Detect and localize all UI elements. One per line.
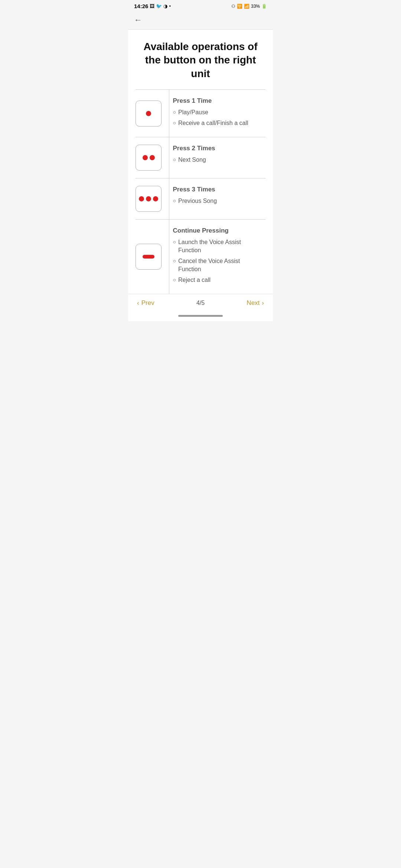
dot-icon <box>143 155 148 160</box>
dot-icon <box>146 196 151 201</box>
chevron-right-icon: › <box>262 299 264 307</box>
button-icon-press1 <box>136 101 162 126</box>
dot-icon: • <box>169 3 171 9</box>
chevron-left-icon: ‹ <box>137 299 139 307</box>
desc-cell-press2: Press 2 TimesNext Song <box>169 137 265 178</box>
list-item: Previous Song <box>173 197 264 205</box>
table-row: Continue PressingLaunch the Voice Assist… <box>136 219 265 293</box>
item-list-press1: Play/PauseReceive a call/Finish a call <box>173 108 264 127</box>
icon-cell-press-hold <box>136 219 169 293</box>
table-row: Press 3 TimesPrevious Song <box>136 178 265 219</box>
button-icon-press3 <box>136 186 162 212</box>
desc-cell-press-hold: Continue PressingLaunch the Voice Assist… <box>169 219 265 293</box>
press-title-press1: Press 1 Time <box>173 97 264 105</box>
icon-cell-press1 <box>136 90 169 137</box>
list-item: Reject a call <box>173 276 264 284</box>
item-list-press3: Previous Song <box>173 197 264 205</box>
next-button[interactable]: Next › <box>247 299 264 307</box>
table-row: Press 1 TimePlay/PauseReceive a call/Fin… <box>136 90 265 137</box>
page-indicator: 4/5 <box>196 300 205 306</box>
button-icon-press-hold <box>136 244 162 270</box>
twitter-icon: 🐦 <box>156 3 162 9</box>
icon-cell-press3 <box>136 178 169 219</box>
dot-icon <box>139 196 144 201</box>
prev-button[interactable]: ‹ Prev <box>137 299 154 307</box>
table-row: Press 2 TimesNext Song <box>136 137 265 178</box>
dot-icon <box>146 111 151 116</box>
signal-icon: 📶 <box>244 4 250 9</box>
press-title-press3: Press 3 Times <box>173 186 264 193</box>
status-right: ⚇ 🛜 📶 33% 🔋 <box>231 4 267 9</box>
back-button[interactable]: ← <box>134 14 145 26</box>
camera-icon: 🖼 <box>150 3 154 9</box>
status-bar: 14:26 🖼 🐦 ◑ • ⚇ 🛜 📶 33% 🔋 <box>128 0 273 11</box>
battery-icon: 🔋 <box>261 4 267 9</box>
page-title: Available operations of the button on th… <box>136 40 265 80</box>
bottom-nav: ‹ Prev 4/5 Next › <box>128 294 273 312</box>
content-area: Available operations of the button on th… <box>128 30 273 294</box>
item-list-press2: Next Song <box>173 156 264 164</box>
status-time: 14:26 <box>134 3 148 9</box>
list-item: Cancel the Voice Assist Function <box>173 257 264 274</box>
list-item: Receive a call/Finish a call <box>173 119 264 127</box>
list-item: Next Song <box>173 156 264 164</box>
battery-text: 33% <box>251 4 260 9</box>
operations-table: Press 1 TimePlay/PauseReceive a call/Fin… <box>136 89 265 294</box>
desc-cell-press3: Press 3 TimesPrevious Song <box>169 178 265 219</box>
desc-cell-press1: Press 1 TimePlay/PauseReceive a call/Fin… <box>169 90 265 137</box>
home-indicator <box>128 312 273 321</box>
next-label: Next <box>247 299 260 307</box>
press-title-press-hold: Continue Pressing <box>173 227 264 234</box>
press-title-press2: Press 2 Times <box>173 145 264 152</box>
circle-icon: ◑ <box>163 3 167 9</box>
bluetooth-icon: ⚇ <box>231 4 235 9</box>
icon-cell-press2 <box>136 137 169 178</box>
nav-bar: ← <box>128 11 273 30</box>
button-icon-press2 <box>136 145 162 171</box>
list-item: Play/Pause <box>173 108 264 116</box>
dash-icon <box>143 255 154 259</box>
status-left: 14:26 🖼 🐦 ◑ • <box>134 3 171 9</box>
dot-icon <box>153 196 158 201</box>
dot-icon <box>150 155 155 160</box>
home-bar <box>178 315 223 317</box>
prev-label: Prev <box>141 299 154 307</box>
wifi-icon: 🛜 <box>237 4 242 9</box>
list-item: Launch the Voice Assist Function <box>173 238 264 255</box>
item-list-press-hold: Launch the Voice Assist FunctionCancel t… <box>173 238 264 284</box>
